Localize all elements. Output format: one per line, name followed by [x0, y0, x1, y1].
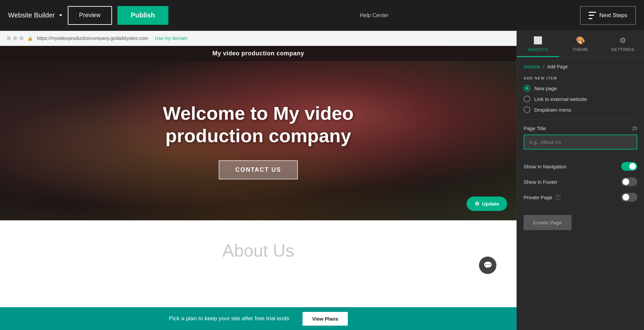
- update-label: Update: [482, 201, 499, 207]
- theme-tab-label: THEME: [572, 47, 588, 52]
- main-area: 🔒 https://myvideoproductioncompany.godad…: [0, 31, 644, 330]
- private-page-label-wrap: Private Page ?: [524, 195, 560, 200]
- show-footer-knob: [623, 178, 629, 185]
- next-steps-label: Next Steps: [599, 12, 627, 19]
- private-page-knob: [623, 194, 629, 201]
- breadcrumb-current: Add Page: [547, 64, 568, 69]
- update-button[interactable]: ⚙ Update: [467, 197, 507, 211]
- breadcrumb-separator: /: [543, 64, 544, 69]
- topbar-center: Help Center: [174, 12, 575, 18]
- radio-link-circle: [524, 96, 530, 102]
- page-title-label: Page Title: [524, 125, 546, 131]
- dot-red: [7, 36, 11, 40]
- tab-settings[interactable]: ⚙ SETTINGS: [602, 31, 644, 57]
- show-footer-row: Show in Footer: [524, 177, 637, 186]
- settings-tab-label: SETTINGS: [611, 47, 634, 52]
- publish-button[interactable]: Publish: [117, 6, 168, 25]
- brand-label: Website Builder: [8, 11, 55, 19]
- show-footer-label: Show in Footer: [524, 179, 557, 185]
- dot-yellow: [13, 36, 17, 40]
- website-tab-label: WEBSITE: [528, 47, 548, 52]
- preview-button[interactable]: Preview: [68, 6, 112, 25]
- about-section: About Us 💬: [0, 220, 517, 281]
- banner-text: Pick a plan to keep your site after free…: [169, 315, 289, 322]
- tab-theme[interactable]: 🎨 THEME: [559, 31, 601, 57]
- upgrade-banner: Pick a plan to keep your site after free…: [0, 307, 517, 330]
- browser-dots: [7, 36, 23, 40]
- steps-list-icon: [589, 12, 596, 19]
- site-nav-bar: My video production company: [0, 46, 517, 61]
- hero-content: Welcome to My video production company C…: [144, 61, 372, 220]
- radio-link-label: Link to external website: [534, 96, 587, 102]
- chat-icon: 💬: [483, 261, 492, 270]
- brand-logo[interactable]: Website Builder: [8, 11, 62, 19]
- show-navigation-row: Show in Navigation: [524, 162, 637, 171]
- radio-new-page-inner: [525, 87, 529, 90]
- update-icon: ⚙: [475, 201, 479, 207]
- lock-icon: 🔒: [28, 36, 33, 41]
- radio-new-page-label: New page: [534, 86, 557, 91]
- brand-chevron-icon: [59, 14, 62, 16]
- create-page-button[interactable]: Create Page: [524, 215, 572, 230]
- show-footer-toggle[interactable]: [621, 177, 637, 186]
- breadcrumb: Website / Add Page: [524, 64, 637, 69]
- private-page-label: Private Page: [524, 195, 552, 200]
- right-panel: ⬜ WEBSITE 🎨 THEME ⚙ SETTINGS Website / A…: [517, 31, 644, 330]
- view-plans-button[interactable]: View Plans: [303, 312, 347, 326]
- radio-new-page[interactable]: New page: [524, 85, 637, 92]
- show-navigation-knob: [629, 163, 636, 170]
- use-my-domain-link[interactable]: Use my domain: [155, 36, 187, 41]
- settings-tab-icon: ⚙: [620, 36, 627, 45]
- topbar: Website Builder Preview Publish Help Cen…: [0, 0, 644, 31]
- divider-1: [524, 119, 637, 119]
- radio-dropdown-menu[interactable]: Dropdown menu: [524, 106, 637, 113]
- site-title: My video production company: [212, 50, 304, 57]
- show-navigation-toggle[interactable]: [621, 162, 637, 171]
- tab-website[interactable]: ⬜ WEBSITE: [517, 31, 559, 57]
- page-title-input[interactable]: [524, 134, 637, 150]
- website-canvas: My video production company Welcome to M…: [0, 46, 517, 307]
- show-navigation-label: Show in Navigation: [524, 164, 567, 169]
- private-page-row: Private Page ?: [524, 193, 637, 202]
- radio-dropdown-label: Dropdown menu: [534, 107, 571, 113]
- browser-chrome: 🔒 https://myvideoproductioncompany.godad…: [0, 31, 517, 46]
- radio-link-external[interactable]: Link to external website: [524, 96, 637, 102]
- page-title-row: Page Title 25: [524, 125, 637, 131]
- chat-bubble-button[interactable]: 💬: [479, 257, 496, 274]
- radio-dropdown-circle: [524, 106, 530, 113]
- website-tab-icon: ⬜: [533, 36, 543, 45]
- contact-us-button[interactable]: CONTACT US: [219, 160, 298, 179]
- browser-url: https://myvideoproductioncompany.godaddy…: [37, 36, 148, 41]
- add-new-item-label: ADD NEW ITEM: [524, 76, 637, 80]
- about-heading: About Us: [13, 240, 503, 261]
- panel-content: Website / Add Page ADD NEW ITEM New page…: [517, 57, 644, 330]
- theme-tab-icon: 🎨: [576, 36, 585, 45]
- dot-green: [19, 36, 23, 40]
- hero-section: My video production company Welcome to M…: [0, 46, 517, 220]
- help-center-link[interactable]: Help Center: [360, 12, 388, 18]
- divider-2: [524, 156, 637, 156]
- page-title-count: 25: [632, 126, 637, 131]
- preview-area: 🔒 https://myvideoproductioncompany.godad…: [0, 31, 517, 330]
- private-page-help-icon[interactable]: ?: [555, 195, 560, 200]
- panel-tabs: ⬜ WEBSITE 🎨 THEME ⚙ SETTINGS: [517, 31, 644, 57]
- next-steps-button[interactable]: Next Steps: [580, 6, 636, 25]
- radio-new-page-circle: [524, 85, 530, 92]
- hero-heading: Welcome to My video production company: [158, 102, 359, 147]
- breadcrumb-parent[interactable]: Website: [524, 64, 540, 69]
- private-page-toggle[interactable]: [621, 193, 637, 202]
